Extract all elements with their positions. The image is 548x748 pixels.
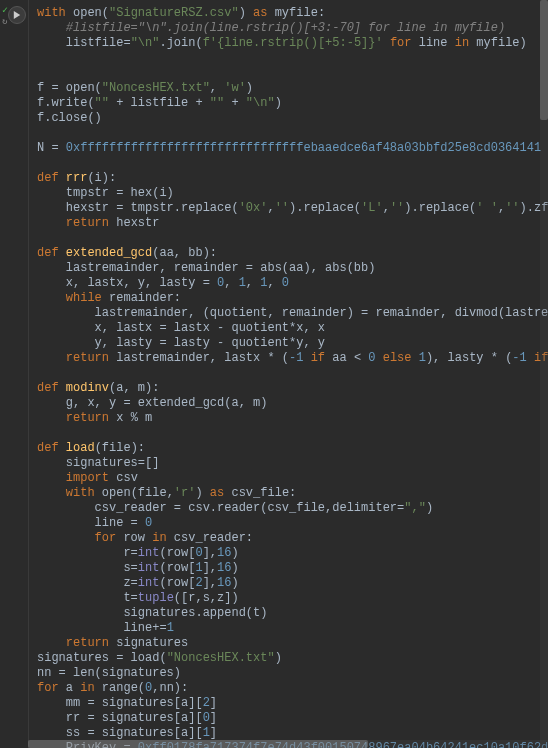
kw: def xyxy=(37,171,59,185)
t: ) xyxy=(231,546,238,560)
t: ss = signatures[a][ xyxy=(37,726,203,740)
t: y, lasty = lasty - quotient*y, y xyxy=(37,336,325,350)
s: "NoncesHEX.txt" xyxy=(102,81,210,95)
t: ([r,s,z]) xyxy=(174,591,239,605)
n: 1 xyxy=(419,351,426,365)
s: 'L' xyxy=(361,201,383,215)
kw: as xyxy=(210,486,224,500)
t: (aa, bb): xyxy=(152,246,217,260)
t: row xyxy=(116,531,152,545)
sp xyxy=(37,411,66,425)
sp xyxy=(37,471,66,485)
s: "" xyxy=(210,96,224,110)
t: ) xyxy=(231,576,238,590)
t: signatures xyxy=(109,636,188,650)
t: ] xyxy=(210,726,217,740)
n: 1 xyxy=(203,726,210,740)
kw: def xyxy=(37,381,59,395)
t: ).replace( xyxy=(289,201,361,215)
t: ) xyxy=(231,561,238,575)
n: 16 xyxy=(217,546,231,560)
s: ' ' xyxy=(476,201,498,215)
s: "" xyxy=(95,96,109,110)
kw: for xyxy=(95,531,117,545)
t: tmpstr = hex(i) xyxy=(37,186,174,200)
t: ) xyxy=(239,6,253,20)
kw: import xyxy=(66,471,109,485)
t: N = xyxy=(37,141,66,155)
s: "\n" xyxy=(246,96,275,110)
t: g, x, y = extended_gcd(a, m) xyxy=(37,396,267,410)
code-text-area[interactable]: with open("SignatureRSZ.csv") as myfile:… xyxy=(28,0,548,748)
t: csv_reader: xyxy=(167,531,253,545)
t: (file): xyxy=(95,441,145,455)
sp xyxy=(59,441,66,455)
t: s= xyxy=(37,561,138,575)
kw: with xyxy=(66,486,95,500)
n: 2 xyxy=(203,696,210,710)
bi: tuple xyxy=(138,591,174,605)
t: lastremainder, lastx * ( xyxy=(109,351,289,365)
t: myfile) xyxy=(469,36,527,50)
t: remainder: xyxy=(102,291,181,305)
kw: else xyxy=(383,351,412,365)
s: 'w' xyxy=(224,81,246,95)
sp xyxy=(37,531,95,545)
n: 0 xyxy=(195,546,202,560)
t: mm = signatures[a][ xyxy=(37,696,203,710)
s: '0x' xyxy=(239,201,268,215)
t: hexstr = tmpstr.replace( xyxy=(37,201,239,215)
t: , xyxy=(246,276,260,290)
t: open( xyxy=(66,6,109,20)
kw: in xyxy=(80,681,94,695)
t: ) xyxy=(426,501,433,515)
kw: return xyxy=(66,351,109,365)
fn: load xyxy=(66,441,95,455)
t: ], xyxy=(203,561,217,575)
t: ), lasty * ( xyxy=(426,351,512,365)
code-content: with open("SignatureRSZ.csv") as myfile:… xyxy=(37,6,548,748)
t: line+= xyxy=(37,621,167,635)
fn: rrr xyxy=(66,171,88,185)
t: aa < xyxy=(325,351,368,365)
kw: for xyxy=(390,36,412,50)
t: ], xyxy=(203,576,217,590)
run-cell-button[interactable] xyxy=(8,6,26,24)
t: , xyxy=(383,201,390,215)
n: 0 xyxy=(145,516,152,530)
t: (a, m): xyxy=(109,381,159,395)
t: myfile: xyxy=(267,6,325,20)
t: x, lastx, y, lasty = xyxy=(37,276,217,290)
kw: with xyxy=(37,6,66,20)
fn: modinv xyxy=(66,381,109,395)
t: , xyxy=(210,81,224,95)
kw: if xyxy=(311,351,325,365)
sp xyxy=(303,351,310,365)
n: 16 xyxy=(217,561,231,575)
t: ) xyxy=(275,96,282,110)
cell-status-marks: ✓ ↻ xyxy=(2,6,8,27)
kw: as xyxy=(253,6,267,20)
t: x % m xyxy=(109,411,152,425)
t: rr = signatures[a][ xyxy=(37,711,203,725)
kw: def xyxy=(37,441,59,455)
vertical-scrollbar[interactable] xyxy=(540,0,548,748)
t: z= xyxy=(37,576,138,590)
t: signatures.append(t) xyxy=(37,606,267,620)
horizontal-scrollbar-thumb[interactable] xyxy=(28,740,368,748)
vertical-scrollbar-thumb[interactable] xyxy=(540,0,548,120)
kw: for xyxy=(37,681,59,695)
kw: return xyxy=(66,636,109,650)
n: 1 xyxy=(195,561,202,575)
kw: while xyxy=(66,291,102,305)
horizontal-scrollbar[interactable] xyxy=(28,740,548,748)
bi: int xyxy=(138,546,160,560)
n: 0 xyxy=(368,351,375,365)
t: ], xyxy=(203,546,217,560)
kw: in xyxy=(152,531,166,545)
code-editor: ✓ ↻ with open("SignatureRSZ.csv") as myf… xyxy=(0,0,548,748)
n: 0 xyxy=(282,276,289,290)
s: '' xyxy=(275,201,289,215)
n: 16 xyxy=(217,576,231,590)
n: -1 xyxy=(512,351,526,365)
